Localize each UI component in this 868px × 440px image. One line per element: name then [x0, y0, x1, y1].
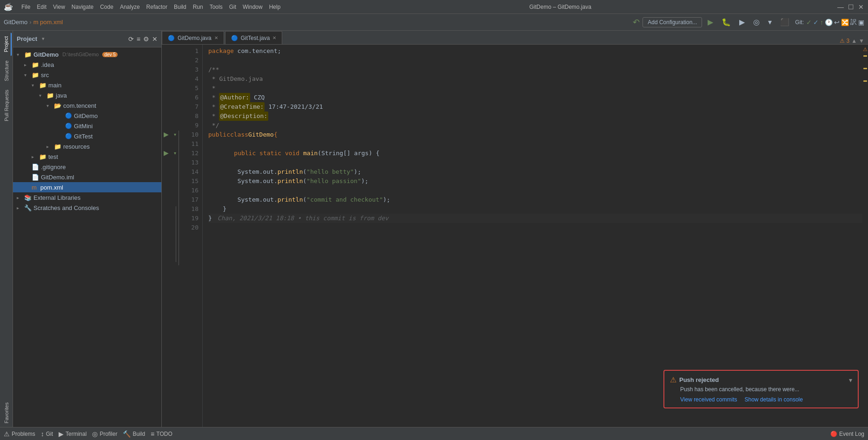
git-checkmark-blue[interactable]: ✓ — [813, 19, 819, 26]
more-run-options[interactable]: ▾ — [765, 16, 775, 28]
tab-close-gitdemo[interactable]: ✕ — [214, 35, 218, 40]
menu-window[interactable]: Window — [240, 3, 265, 11]
tree-item-scratches[interactable]: ▸ 🔧 Scratches and Consoles — [13, 203, 161, 213]
tree-item-gitdemo-java[interactable]: 🔵 GitDemo — [13, 111, 161, 121]
git-checkmark-green[interactable]: ✓ — [806, 19, 812, 26]
menu-tools[interactable]: Tools — [207, 3, 225, 11]
close-button[interactable]: ✕ — [858, 4, 864, 10]
maximize-button[interactable]: ☐ — [848, 4, 854, 10]
git-branch-icon[interactable]: 🔀 — [841, 19, 849, 26]
tab-icon-gittest: 🔵 — [231, 35, 238, 41]
git-arrow-up[interactable]: ↑ — [820, 19, 823, 26]
menu-help[interactable]: Help — [266, 3, 284, 11]
coverage-button[interactable]: ▶ — [736, 16, 748, 28]
tab-label-gittest: GitTest.java — [241, 35, 270, 41]
run-arrow-line12[interactable]: ▶ — [164, 149, 169, 157]
close-panel-icon[interactable]: ✕ — [152, 35, 158, 43]
menu-edit[interactable]: Edit — [34, 3, 49, 11]
status-event-log[interactable]: 🔴 Event Log — [830, 431, 864, 437]
scroll-up-icon[interactable]: ▲ — [851, 38, 857, 44]
fold-marker-10[interactable]: ▾ — [174, 132, 176, 137]
status-todo[interactable]: ≡ TODO — [151, 430, 172, 438]
status-todo-label: TODO — [156, 431, 172, 437]
profile-button[interactable]: ◎ — [750, 16, 762, 28]
sync-icon[interactable]: ⟳ — [128, 35, 134, 43]
project-dropdown-icon[interactable]: ▾ — [42, 36, 45, 42]
push-expand-icon[interactable]: ▾ — [849, 376, 852, 384]
panel-strip-structure[interactable]: Structure — [2, 57, 11, 85]
status-git[interactable]: ↕ Git — [41, 430, 53, 438]
tree-item-com-tencent[interactable]: ▾ 📂 com.tencent — [13, 100, 161, 111]
status-problems-label: Problems — [12, 431, 35, 437]
scroll-down-icon[interactable]: ▼ — [859, 38, 864, 44]
settings-icon[interactable]: ⚙ — [143, 35, 149, 43]
scratches-icon: 🔧 — [24, 204, 32, 211]
git-revert-icon[interactable]: ↩ — [834, 19, 840, 26]
menu-navigate[interactable]: Navigate — [69, 3, 96, 11]
tree-item-gitignore[interactable]: 📄 .gitignore — [13, 162, 161, 172]
menu-view[interactable]: View — [50, 3, 68, 11]
git-history-icon[interactable]: 🕐 — [825, 19, 833, 26]
tab-close-gittest[interactable]: ✕ — [272, 35, 276, 40]
debug-button[interactable]: 🐛 — [719, 16, 734, 28]
breadcrumb-file[interactable]: m pom.xml — [33, 19, 63, 26]
fold-marker-12[interactable]: ▾ — [174, 151, 176, 156]
breadcrumb-project[interactable]: GitDemo — [4, 19, 27, 26]
git-translate-icon[interactable]: 訳 — [850, 18, 857, 26]
tree-item-external-libs[interactable]: ▸ 📚 External Libraries — [13, 192, 161, 203]
editor-area: 🔵 GitDemo.java ✕ 🔵 GitTest.java ✕ ⚠ 3 ▲ … — [162, 31, 868, 427]
menu-build[interactable]: Build — [171, 3, 189, 11]
tab-gittest[interactable]: 🔵 GitTest.java ✕ — [225, 31, 283, 44]
window-title: GitDemo – GitDemo.java — [283, 4, 837, 10]
file-icon-gitignore: 📄 — [32, 164, 39, 171]
panel-strip-favorites[interactable]: Favorites — [2, 399, 11, 427]
status-profiler[interactable]: ◎ Profiler — [92, 430, 117, 438]
code-line-4: * GitDemo.java — [208, 74, 862, 84]
tree-item-java[interactable]: ▾ 📁 java — [13, 90, 161, 100]
tree-item-resources[interactable]: ▸ 📁 resources — [13, 141, 161, 151]
tree-badge-gitdemo: dev 5 — [102, 52, 117, 57]
status-build[interactable]: 🔨 Build — [123, 430, 145, 438]
add-configuration-button[interactable]: Add Configuration... — [643, 17, 702, 27]
menu-code[interactable]: Code — [97, 3, 116, 11]
menu-git[interactable]: Git — [226, 3, 239, 11]
folder-icon-test: 📁 — [39, 153, 46, 160]
folder-icon-main: 📁 — [39, 82, 46, 89]
run-arrow-line10[interactable]: ▶ — [164, 131, 169, 138]
menu-refactor[interactable]: Refactor — [144, 3, 170, 11]
menu-file[interactable]: File — [19, 3, 33, 11]
tree-item-src[interactable]: ▾ 📁 src — [13, 70, 161, 80]
push-link-view-commits[interactable]: View received commits — [680, 396, 737, 403]
file-icon-iml: 📄 — [32, 174, 39, 181]
tree-item-gitmini-java[interactable]: 🔵 GitMini — [13, 121, 161, 131]
tree-item-gittest-java[interactable]: 🔵 GitTest — [13, 131, 161, 141]
tree-item-test[interactable]: ▸ 📁 test — [13, 151, 161, 162]
tree-item-idea[interactable]: ▸ 📁 .idea — [13, 59, 161, 70]
tree-item-main[interactable]: ▾ 📁 main — [13, 80, 161, 90]
tab-label-gitdemo: GitDemo.java — [178, 35, 212, 41]
menu-run[interactable]: Run — [190, 3, 206, 11]
terminal-icon: ▶ — [59, 430, 64, 438]
gutter-marker-1 — [863, 55, 867, 57]
menu-analyze[interactable]: Analyze — [117, 3, 143, 11]
run-button[interactable]: ▶ — [705, 16, 716, 28]
git-layout-icon[interactable]: ▣ — [858, 19, 864, 26]
stop-button[interactable]: ⬛ — [777, 16, 792, 28]
warning-badge: ⚠ 3 — [840, 38, 849, 44]
tree-item-pom-xml[interactable]: m pom.xml — [13, 182, 161, 192]
minimize-button[interactable]: — — [837, 4, 844, 10]
collapse-icon[interactable]: ≡ — [137, 35, 140, 43]
tree-item-gitdemo-iml[interactable]: 📄 GitDemo.iml — [13, 172, 161, 182]
status-problems[interactable]: ⚠ Problems — [4, 430, 35, 438]
tree-item-gitdemo[interactable]: ▾ 📁 GitDemo D:\test\GitDemo dev 5 — [13, 49, 161, 59]
push-link-show-details[interactable]: Show details in console — [744, 396, 802, 403]
git-back-icon[interactable]: ↶ — [633, 17, 640, 27]
folder-icon-src: 📁 — [32, 72, 39, 79]
tree-label-gitmini-java: GitMini — [74, 123, 93, 130]
panel-strip-pull-requests[interactable]: Pull Requests — [2, 86, 11, 125]
panel-strip-project[interactable]: Project — [1, 33, 12, 56]
project-tree: ▾ 📁 GitDemo D:\test\GitDemo dev 5 ▸ 📁 .i… — [13, 47, 161, 427]
warning-count[interactable]: ⚠ — [862, 46, 868, 53]
status-terminal[interactable]: ▶ Terminal — [59, 430, 86, 438]
tab-gitdemo[interactable]: 🔵 GitDemo.java ✕ — [162, 31, 224, 44]
